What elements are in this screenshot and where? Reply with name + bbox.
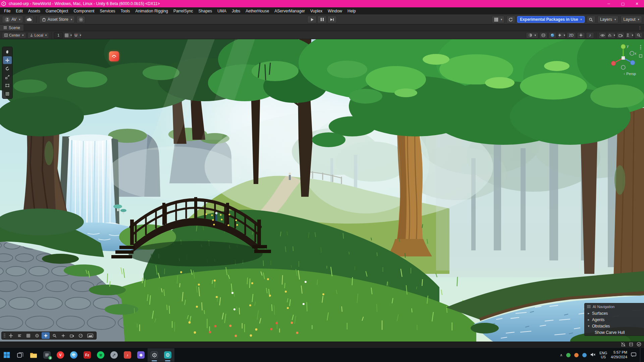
menu-vuplex[interactable]: Vuplex (308, 9, 325, 13)
experimental-packages-button[interactable]: Experimental Packages in Use (517, 16, 585, 23)
expand-arrow-icon[interactable]: ▸ (587, 318, 591, 321)
tray-expand-chevron[interactable]: ∧ (560, 353, 562, 357)
pause-button[interactable] (317, 16, 327, 23)
visibility-toggle[interactable] (598, 32, 606, 39)
media-app-button[interactable]: ♪ (121, 348, 134, 362)
ainav-row-show-carve-hull[interactable]: Show Carve Hull (585, 329, 644, 336)
grid-snap-dropdown[interactable] (64, 32, 72, 39)
menu-animation-rigging[interactable]: Animation Rigging (132, 9, 170, 13)
purple-app-button[interactable] (134, 348, 148, 362)
menu-gameobject[interactable]: GameObject (43, 9, 71, 13)
mute-notifications-icon[interactable] (621, 342, 626, 348)
filezilla-button[interactable]: Fz (80, 348, 94, 362)
services-grid-dropdown[interactable] (492, 16, 504, 23)
layout-dropdown[interactable]: Layout (621, 16, 642, 23)
overlay-transform-button[interactable] (59, 332, 67, 339)
gizmo-lock-icon[interactable] (638, 53, 643, 59)
tray-orange-icon[interactable] (574, 353, 579, 357)
package-status-icon[interactable] (629, 342, 633, 348)
snap-settings-dropdown[interactable] (73, 32, 82, 39)
menu-file[interactable]: File (1, 9, 13, 13)
menu-tools[interactable]: Tools (118, 9, 132, 13)
menu-parrelsync[interactable]: ParrelSync (171, 9, 196, 13)
tab-scene[interactable]: Scene (0, 24, 23, 31)
effects-dropdown[interactable] (557, 32, 566, 39)
scene-viewport[interactable]: y x ‹ Persp AI Navigation ▸ Surfaces ▸ (0, 39, 644, 342)
tool-hand[interactable] (3, 48, 12, 56)
overlay-console-button[interactable] (15, 332, 23, 339)
tray-green-icon[interactable] (566, 353, 571, 357)
cloud-button[interactable] (25, 16, 34, 23)
start-button[interactable] (0, 348, 13, 362)
expand-arrow-icon[interactable]: ▾ (587, 324, 591, 328)
step-button[interactable] (327, 16, 337, 23)
teal-app-button[interactable] (161, 348, 174, 362)
search-button[interactable] (587, 16, 595, 23)
projection-control[interactable]: ‹ Persp (624, 71, 636, 76)
spotify-button[interactable] (94, 348, 107, 362)
pivot-dropdown[interactable]: Center (2, 32, 26, 39)
scene-search-button[interactable] (635, 32, 643, 39)
close-button[interactable]: ✕ (630, 0, 644, 7)
file-explorer-button[interactable] (27, 348, 40, 362)
steam-button[interactable] (107, 348, 121, 362)
minimize-button[interactable]: ─ (602, 0, 616, 7)
2d-toggle[interactable]: 2D (567, 32, 576, 39)
task-view-button[interactable] (13, 348, 27, 362)
menu-aservermanager[interactable]: AServerManager (272, 9, 308, 13)
menu-assets[interactable]: Assets (25, 9, 43, 13)
orientation-gizmo[interactable]: y x (609, 43, 637, 71)
unity-editor-button[interactable] (148, 348, 161, 362)
tray-blue-icon[interactable] (582, 353, 587, 357)
overlay-compass-button[interactable] (76, 332, 85, 339)
tool-scale[interactable] (3, 73, 12, 81)
tool-rect[interactable] (3, 81, 12, 89)
overlay-navmesh-button[interactable] (42, 332, 50, 339)
audio-toggle[interactable]: ♪ (586, 32, 594, 39)
notification-center-icon[interactable] (631, 352, 636, 358)
grid-visibility-dropdown[interactable] (607, 32, 615, 39)
gizmo-menu-icon[interactable] (638, 45, 643, 50)
scene-object-icon[interactable] (109, 51, 119, 61)
overlay-sphere-button[interactable] (33, 332, 41, 339)
account-dropdown[interactable]: AV (2, 16, 23, 23)
tool-transform[interactable] (3, 90, 12, 98)
asset-store-dropdown[interactable]: Asset Store (39, 16, 75, 23)
draw-mode-dropdown[interactable] (526, 32, 538, 39)
notifier-app-button[interactable]: 3 (40, 348, 54, 362)
camera-settings-button[interactable] (616, 32, 625, 39)
menu-uma[interactable]: UMA (215, 9, 229, 13)
menu-component[interactable]: Component (71, 9, 97, 13)
overlay-camera-button[interactable] (68, 332, 76, 339)
ainav-row-surfaces[interactable]: ▸ Surfaces (585, 310, 644, 316)
toolbar-settings-button[interactable] (76, 16, 85, 23)
menu-jobs[interactable]: Jobs (229, 9, 243, 13)
ainav-row-obstacles[interactable]: ▾ Obstacles (585, 323, 644, 329)
tool-move[interactable] (3, 56, 12, 64)
show-desktop-button[interactable] (640, 348, 641, 362)
menu-shapes[interactable]: Shapes (196, 9, 215, 13)
gizmos-dropdown[interactable] (626, 32, 634, 39)
status-check-icon[interactable] (637, 342, 641, 348)
layers-dropdown[interactable]: Layers (597, 16, 619, 23)
menu-window[interactable]: Window (325, 9, 345, 13)
debug-sphere-toggle[interactable] (539, 32, 547, 39)
lit-sphere-toggle[interactable] (548, 32, 556, 39)
overlay-drag-handle[interactable] (3, 334, 6, 338)
ainav-row-agents[interactable]: ▸ Agents (585, 316, 644, 323)
play-button[interactable] (307, 16, 317, 23)
tab-options-icon[interactable]: ⋮ (638, 25, 642, 30)
overlay-move-button[interactable] (7, 332, 15, 339)
window-titlebar[interactable]: chased-urp - NewWorld - Windows, Mac, Li… (0, 0, 644, 7)
maximize-button[interactable]: ▢ (616, 0, 630, 7)
volume-muted-icon[interactable] (590, 352, 596, 358)
vivaldi-button[interactable]: V (54, 348, 67, 362)
browser-button[interactable] (67, 348, 80, 362)
menu-help[interactable]: Help (345, 9, 359, 13)
clock[interactable]: 5:57 PM 4/29/2024 (611, 350, 627, 360)
tool-rotate[interactable] (3, 65, 12, 72)
persp-toggle-icon[interactable]: ‹ (624, 71, 625, 76)
history-sync-button[interactable] (506, 16, 515, 23)
language-indicator[interactable]: ENG US (599, 351, 607, 359)
menu-aetherhouse[interactable]: AetherHouse (243, 9, 272, 13)
